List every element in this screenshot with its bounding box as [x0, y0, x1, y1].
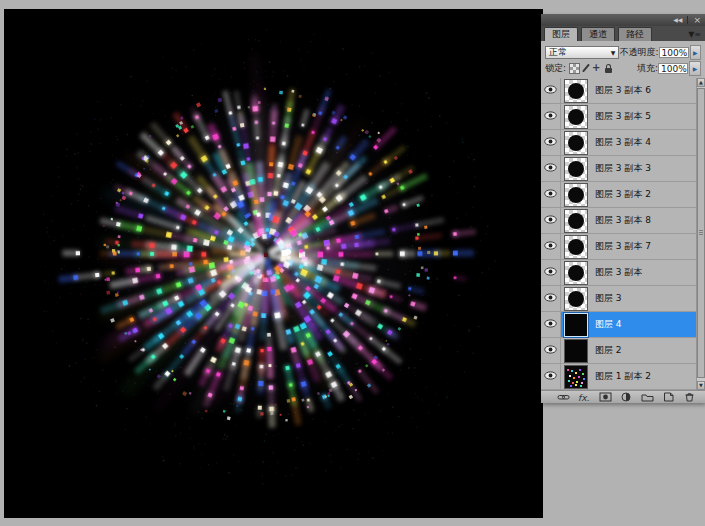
- thumbnail-circle: [568, 109, 584, 125]
- document-canvas[interactable]: [4, 9, 543, 518]
- layer-thumbnail[interactable]: [564, 157, 588, 181]
- layer-name: 图层 3: [595, 292, 622, 305]
- layer-mask-icon[interactable]: [599, 392, 612, 403]
- thumbnail-circle: [568, 265, 584, 281]
- fill-label: 填充:: [637, 62, 658, 75]
- layer-thumbnail[interactable]: [564, 131, 588, 155]
- layer-visibility-toggle[interactable]: [541, 260, 561, 285]
- layer-thumbnail[interactable]: [564, 287, 588, 311]
- layer-visibility-toggle[interactable]: [541, 312, 561, 337]
- particle-sphere-art: [4, 9, 543, 518]
- link-layers-icon[interactable]: [557, 392, 570, 403]
- layer-thumbnail[interactable]: [564, 209, 588, 233]
- layer-visibility-toggle[interactable]: [541, 286, 561, 311]
- lock-image-pixels-icon[interactable]: [582, 64, 590, 73]
- layer-visibility-toggle[interactable]: [541, 208, 561, 233]
- photoshop-workspace: { "window": { "background": "#b2b2b2" },…: [0, 0, 705, 526]
- layer-row[interactable]: 图层 3 副本 6: [541, 78, 705, 104]
- lock-label: 锁定:: [545, 62, 566, 75]
- layer-thumbnail[interactable]: [564, 235, 588, 259]
- thumbnail-circle: [568, 83, 584, 99]
- layer-controls: 正常 ▼ 不透明度: 100% ▶ 锁定: + 填充: 100% ▶: [541, 41, 705, 78]
- scrollbar-grip: [699, 230, 703, 235]
- scroll-down-icon[interactable]: ▼: [697, 381, 705, 390]
- thumbnail-circle: [568, 161, 584, 177]
- layer-visibility-toggle[interactable]: [541, 130, 561, 155]
- close-panel-icon[interactable]: ×: [693, 17, 701, 23]
- eye-icon: [544, 215, 557, 226]
- opacity-input[interactable]: 100%: [659, 47, 689, 58]
- eye-icon: [544, 241, 557, 252]
- eye-icon: [544, 137, 557, 148]
- fill-input[interactable]: 100%: [658, 63, 688, 74]
- svg-text:fx.: fx.: [578, 393, 589, 403]
- layer-list-scrollbar[interactable]: ▲ ▼: [696, 78, 705, 390]
- layer-style-icon[interactable]: fx.: [578, 392, 591, 403]
- layer-row[interactable]: 图层 3 副本: [541, 260, 705, 286]
- lock-all-icon[interactable]: [605, 68, 612, 73]
- layer-row[interactable]: 图层 3 副本 8: [541, 208, 705, 234]
- layer-list: 图层 3 副本 6图层 3 副本 5图层 3 副本 4图层 3 副本 3图层 3…: [541, 78, 705, 390]
- eye-icon: [544, 85, 557, 96]
- eye-icon: [544, 319, 557, 330]
- eye-icon: [544, 267, 557, 278]
- layer-row[interactable]: 图层 3 副本 4: [541, 130, 705, 156]
- lock-transparent-pixels-icon[interactable]: [569, 63, 580, 74]
- scrollbar-thumb[interactable]: [697, 88, 705, 378]
- layer-row[interactable]: 图层 3 副本 7: [541, 234, 705, 260]
- layer-thumbnail[interactable]: [564, 339, 588, 363]
- titlebar-divider: [687, 16, 688, 24]
- eye-icon: [544, 371, 557, 382]
- thumbnail-circle: [568, 135, 584, 151]
- layer-row[interactable]: 图层 3 副本 3: [541, 156, 705, 182]
- panel-titlebar[interactable]: ◀◀ ×: [541, 14, 705, 26]
- layer-visibility-toggle[interactable]: [541, 104, 561, 129]
- layer-thumbnail[interactable]: [564, 79, 588, 103]
- new-group-icon[interactable]: [641, 392, 654, 403]
- layer-visibility-toggle[interactable]: [541, 234, 561, 259]
- lock-position-icon[interactable]: +: [592, 63, 600, 73]
- layers-panel-toolbar: fx.: [541, 390, 705, 403]
- layer-visibility-toggle[interactable]: [541, 364, 561, 389]
- layer-row[interactable]: 图层 3 副本 5: [541, 104, 705, 130]
- layer-row[interactable]: 图层 3 副本 2: [541, 182, 705, 208]
- delete-layer-icon[interactable]: [683, 392, 696, 403]
- layer-thumbnail[interactable]: [564, 365, 588, 389]
- adjustment-layer-icon[interactable]: [620, 392, 633, 403]
- panel-tabbar: 图层通道路径▼≡: [541, 26, 705, 41]
- layer-thumbnail[interactable]: [564, 105, 588, 129]
- collapse-panel-icon[interactable]: ◀◀: [673, 17, 682, 23]
- layer-name: 图层 3 副本 2: [595, 188, 651, 201]
- layer-name: 图层 3 副本 3: [595, 162, 651, 175]
- eye-icon: [544, 293, 557, 304]
- thumbnail-circle: [568, 291, 584, 307]
- layers-panel: ◀◀ × 图层通道路径▼≡ 正常 ▼ 不透明度: 100% ▶ 锁定: +: [541, 14, 705, 403]
- opacity-spinner-icon[interactable]: ▶: [690, 45, 702, 60]
- layer-row[interactable]: 图层 2: [541, 338, 705, 364]
- layer-thumbnail[interactable]: [564, 313, 588, 337]
- eye-icon: [544, 163, 557, 174]
- layer-visibility-toggle[interactable]: [541, 78, 561, 103]
- tab-layers[interactable]: 图层: [544, 27, 578, 41]
- thumbnail-speckles: [567, 369, 569, 371]
- layer-row[interactable]: 图层 4: [541, 312, 705, 338]
- scroll-up-icon[interactable]: ▲: [697, 78, 705, 87]
- layer-visibility-toggle[interactable]: [541, 338, 561, 363]
- layer-row[interactable]: 图层 3: [541, 286, 705, 312]
- layer-visibility-toggle[interactable]: [541, 182, 561, 207]
- layer-row[interactable]: 图层 1 副本 2: [541, 364, 705, 390]
- fill-spinner-icon[interactable]: ▶: [689, 61, 701, 76]
- layer-thumbnail[interactable]: [564, 261, 588, 285]
- new-layer-icon[interactable]: [662, 392, 675, 403]
- layer-thumbnail[interactable]: [564, 183, 588, 207]
- thumbnail-circle: [568, 213, 584, 229]
- layer-name: 图层 3 副本 4: [595, 136, 651, 149]
- thumbnail-circle: [568, 187, 584, 203]
- layer-visibility-toggle[interactable]: [541, 156, 561, 181]
- tab-paths[interactable]: 路径: [618, 27, 652, 41]
- layer-name: 图层 3 副本 8: [595, 214, 651, 227]
- tab-channels[interactable]: 通道: [581, 27, 615, 41]
- blend-mode-select[interactable]: 正常 ▼: [545, 46, 619, 59]
- layer-name: 图层 3 副本 6: [595, 84, 651, 97]
- panel-menu-icon[interactable]: ▼≡: [688, 31, 701, 39]
